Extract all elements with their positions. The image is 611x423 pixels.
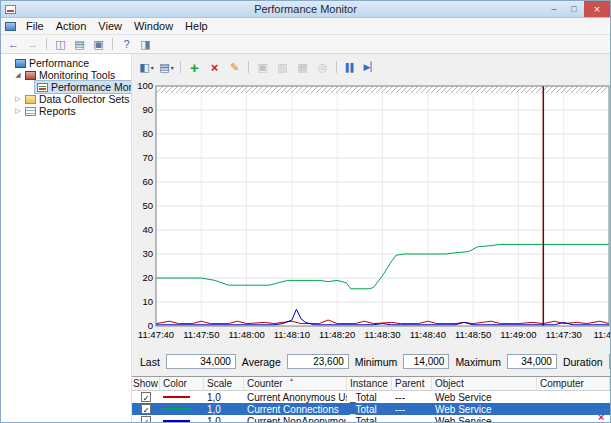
tree-item-monitoring-tools[interactable]: ◢ Monitoring Tools [1, 69, 131, 81]
svg-text:0: 0 [148, 320, 153, 331]
header-show[interactable]: Show [132, 377, 160, 390]
update-data-button[interactable]: ▶▏ [361, 58, 380, 76]
minimize-button[interactable]: – [544, 1, 564, 17]
tree-label: Performance [29, 57, 89, 69]
show-hide-console-tree-icon: ◫ [55, 38, 65, 51]
tree-item-performance[interactable]: Performance [1, 57, 131, 69]
add-counter-button[interactable]: + [185, 58, 204, 76]
paste-counter-list-icon: ▥ [277, 61, 287, 74]
overlay-close-icon[interactable]: × [598, 411, 604, 423]
header-instance[interactable]: Instance [347, 377, 392, 390]
duration-value [609, 354, 610, 369]
console-window-icon [5, 22, 16, 31]
header-color[interactable]: Color [160, 377, 204, 390]
show-checkbox[interactable] [141, 404, 151, 414]
expander-icon[interactable]: ▷ [13, 107, 23, 115]
menu-action[interactable]: Action [50, 19, 93, 33]
toolbar-separator [46, 38, 47, 50]
scale-cell: 1,0 [204, 392, 244, 403]
menu-file[interactable]: File [20, 19, 50, 33]
counter-table: Show Color Scale Counter▴ Instance Paren… [132, 376, 610, 422]
svg-text:30: 30 [142, 248, 153, 259]
maximum-label: Maximum [455, 356, 501, 368]
instance-cell: _Total [347, 392, 392, 403]
new-window-button[interactable]: ◨ [137, 37, 154, 52]
header-scale[interactable]: Scale [204, 377, 244, 390]
stats-bar: Last 34,000 Average 23,600 Minimum 14,00… [132, 344, 610, 371]
counter-color-sample [163, 396, 190, 398]
freeze-display-icon: ▌▌ [346, 63, 355, 72]
svg-text:80: 80 [142, 128, 153, 139]
header-counter[interactable]: Counter▴ [244, 377, 347, 390]
show-checkbox[interactable] [141, 416, 151, 422]
reports-icon [25, 107, 36, 116]
window-title: Performance Monitor [1, 3, 610, 15]
last-label: Last [140, 356, 160, 368]
instance-cell: _Total [347, 404, 392, 415]
properties-button[interactable]: ▣ [90, 37, 107, 52]
scale-cell: 1,0 [204, 416, 244, 423]
svg-text:11:47:3: 11:47:3 [594, 329, 611, 340]
check-icon [143, 416, 150, 422]
graph-type-button[interactable]: ▤▾ [157, 58, 176, 76]
performance-icon [15, 59, 26, 68]
counter-row[interactable]: 1,0 Current Anonymous Users _Total --- W… [132, 391, 610, 403]
export-list-button[interactable]: ▤ [71, 37, 88, 52]
paste-counter-list-button[interactable]: ▥ [273, 58, 292, 76]
svg-text:11:47:40: 11:47:40 [138, 329, 174, 340]
counter-table-header: Show Color Scale Counter▴ Instance Paren… [132, 377, 610, 391]
menu-window[interactable]: Window [128, 19, 179, 33]
delete-counter-icon: × [211, 61, 219, 74]
highlight-button[interactable]: ✎ [225, 58, 244, 76]
view-properties-button[interactable]: ▦ [293, 58, 312, 76]
data-collector-sets-icon [25, 95, 36, 104]
scale-cell: 1,0 [204, 404, 244, 415]
svg-text:11:48:50: 11:48:50 [455, 329, 491, 340]
last-value: 34,000 [166, 354, 236, 369]
freeze-display-button[interactable]: ▌▌ [341, 58, 360, 76]
counter-color-sample [163, 408, 190, 410]
show-checkbox[interactable] [141, 392, 151, 402]
header-parent[interactable]: Parent [392, 377, 432, 390]
properties-icon: ▣ [93, 38, 103, 51]
change-display-type-button[interactable]: ◧▾ [137, 58, 156, 76]
performance-monitor-icon [37, 83, 48, 92]
zoom-button[interactable]: ◎ [313, 58, 332, 76]
svg-text:11:48:00: 11:48:00 [228, 329, 264, 340]
counter-row[interactable]: 1,0 Current Connections _Total --- Web S… [132, 403, 610, 415]
menu-view[interactable]: View [92, 19, 128, 33]
tree-label: Reports [39, 105, 76, 117]
forward-button[interactable]: → [24, 37, 41, 52]
svg-text:11:48:20: 11:48:20 [319, 329, 355, 340]
add-counter-icon: + [190, 60, 199, 75]
instance-cell: _Total [347, 416, 392, 423]
parent-cell: --- [392, 404, 432, 415]
titlebar[interactable]: Performance Monitor – □ × [1, 1, 610, 18]
show-hide-console-tree-button[interactable]: ◫ [52, 37, 69, 52]
copy-properties-button[interactable]: ▣ [253, 58, 272, 76]
check-icon [143, 392, 150, 402]
menu-help[interactable]: Help [179, 19, 214, 33]
delete-counter-button[interactable]: × [205, 58, 224, 76]
svg-text:90: 90 [142, 104, 153, 115]
back-button[interactable]: ← [5, 37, 22, 52]
counter-cell: Current NonAnonymous ... [244, 416, 347, 423]
change-display-type-icon: ◧ [139, 61, 149, 74]
toolbar-separator [336, 61, 337, 73]
minimum-value: 14,000 [403, 354, 449, 369]
tree-item-performance-monitor[interactable]: Performance Monitor [1, 81, 131, 93]
tree-item-data-collector-sets[interactable]: ▷ Data Collector Sets [1, 93, 131, 105]
performance-monitor-window: Performance Monitor – □ × File Action Vi… [0, 0, 611, 423]
menu-bar: File Action View Window Help [1, 18, 610, 35]
maximize-button[interactable]: □ [564, 1, 584, 17]
tree-item-reports[interactable]: ▷ Reports [1, 105, 131, 117]
expander-icon[interactable]: ◢ [13, 71, 23, 79]
header-object[interactable]: Object [432, 377, 537, 390]
close-button[interactable]: × [584, 1, 610, 17]
counter-cell: Current Connections [244, 404, 347, 415]
maximum-value: 34,000 [507, 354, 557, 369]
help-button[interactable]: ? [118, 37, 135, 52]
counter-row[interactable]: 1,0 Current NonAnonymous ... _Total --- … [132, 415, 610, 422]
expander-icon[interactable]: ▷ [13, 95, 23, 103]
header-computer[interactable]: Computer [537, 377, 610, 390]
